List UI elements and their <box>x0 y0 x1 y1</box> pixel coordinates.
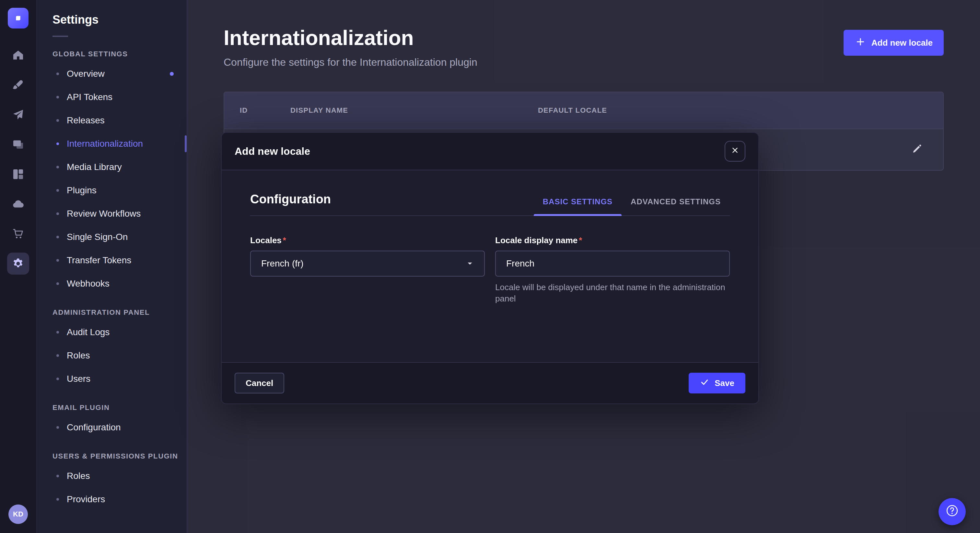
bullet-icon <box>56 166 59 168</box>
locales-field: Locales* French (fr) <box>250 235 485 305</box>
bullet-icon <box>56 96 59 98</box>
main-nav-items <box>7 44 29 274</box>
divider <box>52 36 68 37</box>
sidebar-item-audit-logs[interactable]: Audit Logs <box>37 320 187 344</box>
bullet-icon <box>56 119 59 122</box>
main-nav-sidebar: KD <box>0 0 37 533</box>
sidebar-item-users[interactable]: Users <box>37 367 187 390</box>
sidebar-item-label: Releases <box>67 115 105 125</box>
modal-tabs: BASIC SETTINGSADVANCED SETTINGS <box>534 197 730 215</box>
nav-settings-gear-button[interactable] <box>7 252 29 274</box>
sidebar-item-media-library[interactable]: Media Library <box>37 155 187 179</box>
sidebar-item-label: Transfer Tokens <box>67 255 131 265</box>
save-button[interactable]: Save <box>689 373 745 393</box>
required-asterisk: * <box>579 235 582 245</box>
bullet-icon <box>56 354 59 357</box>
content-manager-icon <box>12 168 25 181</box>
display-name-label: Locale display name* <box>495 235 730 246</box>
sidebar-item-transfer-tokens[interactable]: Transfer Tokens <box>37 249 187 272</box>
save-label: Save <box>714 378 734 388</box>
sidebar-item-review-workflows[interactable]: Review Workflows <box>37 202 187 225</box>
settings-sidebar: Settings GLOBAL SETTINGSOverviewAPI Toke… <box>37 0 187 533</box>
bullet-icon <box>56 282 59 285</box>
media-library-icon <box>12 138 25 151</box>
nav-section-label: USERS & PERMISSIONS PLUGIN <box>52 452 187 460</box>
settings-gear-icon <box>12 257 25 270</box>
settings-nav-sections: GLOBAL SETTINGSOverviewAPI TokensRelease… <box>37 50 187 511</box>
sidebar-item-configuration[interactable]: Configuration <box>37 416 187 439</box>
help-button[interactable] <box>939 498 966 525</box>
locales-select-value: French (fr) <box>261 259 304 269</box>
nav-content-manager-button[interactable] <box>7 163 29 185</box>
bullet-icon <box>56 498 59 501</box>
add-locale-modal: Add new locale Configuration BASIC SETTI… <box>221 132 759 404</box>
sidebar-item-label: Audit Logs <box>67 327 110 338</box>
bullet-icon <box>56 259 59 262</box>
bullet-icon <box>56 331 59 333</box>
modal-fields: Locales* French (fr) Locale display name… <box>250 235 730 305</box>
display-name-input[interactable] <box>495 251 730 276</box>
tab-basic-settings[interactable]: BASIC SETTINGS <box>534 197 622 215</box>
display-name-hint: Locale will be displayed under that name… <box>495 282 730 305</box>
sidebar-item-label: Overview <box>67 69 105 79</box>
cloud-icon <box>12 198 25 211</box>
nav-marketplace-cart-button[interactable] <box>7 223 29 245</box>
sidebar-item-label: Media Library <box>67 162 122 172</box>
required-asterisk: * <box>283 235 286 245</box>
display-name-field: Locale display name* Locale will be disp… <box>495 235 730 305</box>
sidebar-item-label: Configuration <box>67 422 121 433</box>
sidebar-item-roles[interactable]: Roles <box>37 464 187 488</box>
nav-paper-plane-button[interactable] <box>7 104 29 125</box>
paper-plane-icon <box>12 108 25 121</box>
modal-body: Configuration BASIC SETTINGSADVANCED SET… <box>222 170 758 362</box>
sidebar-item-overview[interactable]: Overview <box>37 62 187 86</box>
sidebar-item-label: Providers <box>67 494 105 504</box>
strapi-logo <box>8 8 29 29</box>
modal-footer: Cancel Save <box>222 362 758 403</box>
sidebar-item-plugins[interactable]: Plugins <box>37 179 187 202</box>
sidebar-item-api-tokens[interactable]: API Tokens <box>37 86 187 109</box>
sidebar-item-single-sign-on[interactable]: Single Sign-On <box>37 225 187 249</box>
cancel-button[interactable]: Cancel <box>235 373 284 393</box>
sidebar-item-releases[interactable]: Releases <box>37 109 187 132</box>
sidebar-item-label: Roles <box>67 471 90 481</box>
close-icon <box>730 145 740 158</box>
sidebar-item-webhooks[interactable]: Webhooks <box>37 272 187 295</box>
nav-section-administration-panel: ADMINISTRATION PANELAudit LogsRolesUsers <box>37 308 187 390</box>
nav-home-button[interactable] <box>7 44 29 66</box>
locales-select[interactable]: French (fr) <box>250 251 485 276</box>
bullet-icon <box>56 143 59 145</box>
bullet-icon <box>56 378 59 380</box>
sidebar-item-label: Roles <box>67 351 90 361</box>
nav-section-email-plugin: EMAIL PLUGINConfiguration <box>37 403 187 439</box>
nav-cloud-button[interactable] <box>7 193 29 215</box>
sidebar-item-label: Single Sign-On <box>67 232 128 242</box>
sidebar-item-label: Webhooks <box>67 279 110 289</box>
bullet-icon <box>56 475 59 477</box>
tab-advanced-settings[interactable]: ADVANCED SETTINGS <box>622 197 730 215</box>
configuration-title: Configuration <box>250 192 331 215</box>
locales-label: Locales* <box>250 235 485 246</box>
check-icon <box>700 377 710 389</box>
sidebar-item-label: Plugins <box>67 185 97 195</box>
close-button[interactable] <box>725 141 745 162</box>
sidebar-item-internationalization[interactable]: Internationalization <box>37 132 187 155</box>
nav-paint-brush-button[interactable] <box>7 74 29 96</box>
paint-brush-icon <box>12 78 25 91</box>
avatar[interactable]: KD <box>8 504 28 524</box>
configuration-header: Configuration BASIC SETTINGSADVANCED SET… <box>250 192 730 216</box>
nav-section-label: ADMINISTRATION PANEL <box>52 308 187 317</box>
question-icon <box>945 503 959 520</box>
modal-header: Add new locale <box>222 133 758 170</box>
marketplace-cart-icon <box>12 227 25 240</box>
chevron-down-icon <box>465 259 475 269</box>
bullet-icon <box>56 236 59 238</box>
sidebar-item-roles[interactable]: Roles <box>37 344 187 367</box>
sidebar-item-providers[interactable]: Providers <box>37 488 187 511</box>
nav-section-label: GLOBAL SETTINGS <box>52 50 187 58</box>
sidebar-item-label: Review Workflows <box>67 209 141 219</box>
nav-section-global-settings: GLOBAL SETTINGSOverviewAPI TokensRelease… <box>37 50 187 295</box>
sidebar-item-label: Internationalization <box>67 139 143 149</box>
nav-media-library-button[interactable] <box>7 133 29 155</box>
sidebar-item-label: Users <box>67 374 91 384</box>
